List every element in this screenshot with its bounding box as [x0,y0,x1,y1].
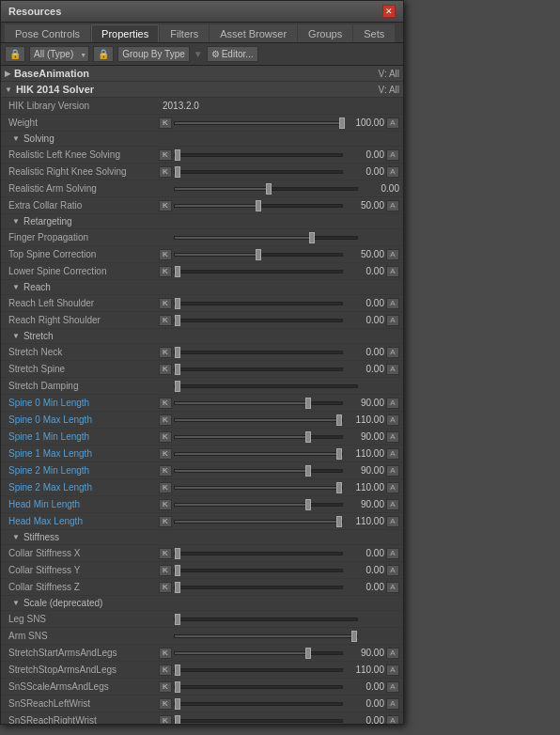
slider-spine0-min[interactable] [174,401,343,405]
tab-sets[interactable]: Sets [353,24,395,42]
tab-properties[interactable]: Properties [91,24,159,42]
slider-realistic-right-knee[interactable] [174,170,343,174]
slider-reach-right-shoulder[interactable] [174,319,343,322]
subsection-scale[interactable]: ▼ Scale (deprecated) [1,596,403,611]
type-dropdown[interactable]: All (Type) [29,46,89,62]
k-button-spine0-max[interactable]: K [159,414,172,426]
a-button-reach-right-shoulder[interactable]: A [386,315,399,326]
a-button-sns-reach-left-wrist[interactable]: A [386,698,399,710]
a-button-collar-y[interactable]: A [386,565,399,576]
slider-weight[interactable] [174,121,343,125]
a-button-spine2-min[interactable]: A [386,465,399,477]
editor-button[interactable]: ⚙ Editor... [207,46,258,62]
k-button-stretch-neck[interactable]: K [159,347,172,358]
slider-sns-reach-right-wrist[interactable] [174,719,343,723]
a-button-spine1-min[interactable]: A [386,431,399,443]
a-button-top-spine[interactable]: A [386,249,399,260]
a-button-spine2-max[interactable]: A [386,482,399,493]
slider-leg-sns[interactable] [174,618,358,621]
k-button-realistic-left-knee[interactable]: K [159,149,172,161]
slider-spine1-max[interactable] [174,452,343,456]
slider-realistic-arm[interactable] [174,187,358,191]
k-button-sns-reach-left-wrist[interactable]: K [159,698,172,710]
k-button-spine2-max[interactable]: K [159,482,172,493]
slider-head-min[interactable] [174,503,343,507]
k-button-head-max[interactable]: K [159,516,172,527]
k-button-stretch-start[interactable]: K [159,648,172,659]
group-by-type-button[interactable]: Group By Type [117,46,190,62]
a-button-realistic-left-knee[interactable]: A [386,149,399,161]
subsection-solving[interactable]: ▼ Solving [1,132,403,147]
subsection-stretch[interactable]: ▼ Stretch [1,329,403,344]
slider-stretch-start[interactable] [174,651,343,655]
k-button-realistic-right-knee[interactable]: K [159,166,172,178]
k-button-sns-scale-arms[interactable]: K [159,681,172,693]
slider-extra-collar-ratio[interactable] [174,204,343,208]
lock-button[interactable]: 🔒 [5,46,25,62]
slider-stretch-spine[interactable] [174,368,343,371]
a-button-collar-x[interactable]: A [386,548,399,559]
slider-finger-propagation[interactable] [174,236,358,240]
k-button-collar-y[interactable]: K [159,565,172,576]
k-button-head-min[interactable]: K [159,499,172,510]
section-baseanimation[interactable]: ▶ BaseAnimation V: All [1,66,403,82]
a-button-sns-scale-arms[interactable]: A [386,681,399,693]
a-button-spine1-max[interactable]: A [386,448,399,460]
slider-lower-spine[interactable] [174,270,343,274]
section-hik-solver[interactable]: ▼ HIK 2014 Solver V: All [1,82,403,98]
tab-asset-browser[interactable]: Asset Browser [210,24,297,42]
slider-realistic-left-knee[interactable] [174,153,343,157]
tab-filters[interactable]: Filters [160,24,209,42]
k-button-reach-left-shoulder[interactable]: K [159,298,172,309]
a-button-stretch-stop[interactable]: A [386,665,399,676]
k-button-spine0-min[interactable]: K [159,398,172,409]
a-button-extra-collar-ratio[interactable]: A [386,200,399,211]
k-button-stretch-stop[interactable]: K [159,665,172,676]
k-button-weight[interactable]: K [159,117,172,129]
slider-stretch-neck[interactable] [174,351,343,354]
a-button-stretch-start[interactable]: A [386,648,399,659]
slider-arm-sns[interactable] [174,634,358,638]
a-button-reach-left-shoulder[interactable]: A [386,298,399,309]
slider-stretch-damping[interactable] [174,384,358,388]
slider-collar-y[interactable] [174,569,343,572]
slider-spine2-max[interactable] [174,486,343,490]
k-button-collar-z[interactable]: K [159,582,172,593]
a-button-spine0-min[interactable]: A [386,398,399,409]
subsection-reach[interactable]: ▼ Reach [1,280,403,295]
a-button-stretch-spine[interactable]: A [386,364,399,375]
slider-spine1-min[interactable] [174,435,343,439]
a-button-head-min[interactable]: A [386,499,399,510]
a-button-spine0-max[interactable]: A [386,414,399,426]
k-button-top-spine[interactable]: K [159,249,172,260]
slider-sns-reach-left-wrist[interactable] [174,702,343,706]
a-button-collar-z[interactable]: A [386,582,399,593]
slider-spine0-max[interactable] [174,418,343,422]
k-button-spine2-min[interactable]: K [159,465,172,477]
subsection-retargeting[interactable]: ▼ Retargeting [1,214,403,229]
a-button-stretch-neck[interactable]: A [386,347,399,358]
k-button-lower-spine[interactable]: K [159,266,172,277]
slider-reach-left-shoulder[interactable] [174,302,343,305]
slider-sns-scale-arms[interactable] [174,685,343,689]
a-button-head-max[interactable]: A [386,516,399,527]
lock-button-2[interactable]: 🔒 [93,46,114,62]
k-button-sns-reach-right-wrist[interactable]: K [159,715,172,725]
k-button-collar-x[interactable]: K [159,548,172,559]
a-button-realistic-right-knee[interactable]: A [386,166,399,178]
slider-stretch-stop[interactable] [174,668,343,672]
slider-collar-z[interactable] [174,586,343,589]
tab-groups[interactable]: Groups [298,24,352,42]
subsection-stiffness[interactable]: ▼ Stiffness [1,530,403,545]
close-button[interactable]: ✕ [382,5,396,18]
a-button-lower-spine[interactable]: A [386,266,399,277]
k-button-reach-right-shoulder[interactable]: K [159,315,172,326]
a-button-weight[interactable]: A [386,117,399,129]
slider-head-max[interactable] [174,520,343,524]
k-button-spine1-min[interactable]: K [159,431,172,443]
slider-spine2-min[interactable] [174,469,343,473]
a-button-sns-reach-right-wrist[interactable]: A [386,715,399,725]
slider-top-spine[interactable] [174,253,343,257]
k-button-spine1-max[interactable]: K [159,448,172,460]
slider-collar-x[interactable] [174,552,343,555]
